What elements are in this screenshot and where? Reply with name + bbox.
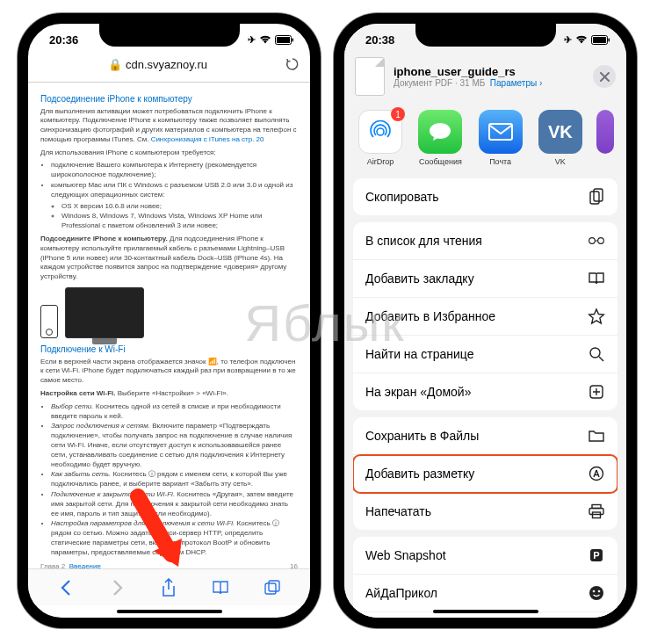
action-folder[interactable]: Сохранить в Файлы [353, 417, 618, 455]
action-label: Скопировать [365, 190, 439, 204]
file-type: Документ PDF [394, 78, 452, 88]
forward-button[interactable] [108, 578, 127, 597]
action-label: Найти на странице [365, 347, 473, 361]
svg-text:P: P [593, 550, 599, 561]
letter-p-icon: P [588, 546, 605, 564]
svg-rect-18 [589, 509, 603, 515]
action-label: Web Snapshot [365, 548, 446, 562]
action-markup[interactable]: Добавить разметку [353, 455, 618, 493]
doc-p3a: Подсоедините iPhone к компьютеру. [40, 235, 168, 242]
doc-heading-1: Подсоединение iPhone к компьютеру [40, 93, 298, 105]
share-apps-row[interactable]: 1 AirDrop Сообщения Почта VK VK [344, 106, 626, 178]
battery-icon [275, 35, 294, 45]
action-smiley[interactable]: АйДаПрикол [353, 575, 618, 612]
badge: 1 [391, 107, 405, 121]
action-label: Delayed Time iMessage [365, 624, 496, 626]
app-label: VK [555, 157, 566, 166]
lock-icon: 🔒 [108, 58, 122, 71]
doc-li2b: Windows 8, Windows 7, Windows Vista, Win… [61, 212, 298, 231]
home-indicator[interactable] [117, 610, 222, 613]
svg-point-23 [593, 590, 596, 593]
svg-point-12 [589, 238, 596, 244]
notch [415, 24, 556, 47]
file-thumbnail [355, 57, 385, 96]
folder-icon [588, 427, 605, 445]
status-time: 20:36 [49, 33, 78, 47]
doc-heading-2: Подключение к Wi-Fi [40, 344, 298, 356]
document-content[interactable]: Подсоединение iPhone к компьютеру Для вы… [28, 83, 310, 575]
app-label: Сообщения [419, 157, 462, 166]
wifi-icon [259, 35, 271, 44]
action-label: Напечатать [365, 504, 431, 518]
action-label: Добавить в Избранное [365, 309, 495, 323]
action-glasses[interactable]: В список для чтения [353, 222, 618, 260]
home-indicator[interactable] [433, 610, 538, 613]
app-label: Почта [489, 157, 511, 166]
app-messages[interactable]: Сообщения [416, 110, 464, 166]
share-sheet-header: iphone_user_guide_rs Документ PDF · 31 М… [344, 50, 626, 106]
action-label: Сохранить в Файлы [365, 429, 479, 443]
smiley-icon [588, 584, 605, 602]
app-vk[interactable]: VK VK [537, 110, 584, 166]
battery-icon [591, 35, 610, 45]
action-label: В список для чтения [365, 234, 482, 248]
action-plus-square[interactable]: На экран «Домой» [353, 373, 618, 410]
status-time: 20:38 [365, 33, 394, 47]
notch [99, 24, 240, 47]
doc-li5a: Как забыть сеть. [51, 470, 111, 478]
app-airdrop[interactable]: 1 AirDrop [357, 110, 404, 166]
action-group: Сохранить в ФайлыДобавить разметкуНапеча… [353, 417, 618, 530]
action-letter-p[interactable]: Web SnapshotP [353, 537, 618, 575]
svg-rect-7 [609, 38, 610, 41]
action-search[interactable]: Найти на странице [353, 336, 618, 373]
safari-toolbar [28, 568, 310, 605]
url-bar: 🔒 cdn.svyaznoy.ru [28, 50, 310, 83]
file-title: iphone_user_guide_rs [394, 65, 584, 78]
svg-rect-6 [593, 37, 606, 43]
url-text: cdn.svyaznoy.ru [126, 58, 207, 71]
doc-p5a: Настройка сети Wi-Fi. [40, 389, 116, 397]
doc-p4: Если в верхней части экрана отображается… [40, 358, 298, 386]
doc-li2: компьютер Mac или ПК с Windows с разъемо… [51, 181, 292, 199]
svg-rect-1 [277, 37, 290, 43]
glasses-icon [588, 232, 605, 250]
search-icon [588, 345, 605, 363]
status-icons: ✈︎ [564, 34, 610, 46]
refresh-button[interactable] [284, 55, 301, 73]
app-more[interactable] [596, 110, 614, 166]
file-params-link[interactable]: Параметры [490, 78, 537, 88]
action-book[interactable]: Добавить закладку [353, 260, 618, 298]
bookmarks-button[interactable] [211, 578, 230, 597]
app-label: AirDrop [367, 157, 394, 166]
action-chat[interactable]: Delayed Time iMessage [353, 612, 618, 626]
doc-li6a: Подключение к закрытой сети Wi-Fi. [51, 490, 175, 498]
chevron-right-icon: › [539, 78, 542, 88]
phone-left: 20:36 ✈︎ 🔒 cdn.svyaznoy.ru Подсоединение… [18, 13, 321, 628]
action-print[interactable]: Напечатать [353, 493, 618, 530]
svg-rect-19 [593, 512, 601, 518]
share-actions[interactable]: СкопироватьВ список для чтенияДобавить з… [344, 178, 626, 626]
back-button[interactable] [56, 578, 76, 597]
svg-point-16 [590, 467, 603, 481]
book-icon [588, 270, 605, 287]
plus-square-icon [588, 383, 605, 401]
action-label: Добавить закладку [365, 271, 474, 286]
doc-li3a: Выбор сети. [51, 402, 94, 410]
star-icon [588, 308, 605, 325]
action-copy[interactable]: Скопировать [353, 178, 618, 215]
phone-right: 20:38 ✈︎ iphone_user_guide_rs Документ P… [334, 13, 637, 628]
tabs-button[interactable] [263, 578, 282, 597]
share-button[interactable] [159, 578, 178, 597]
app-mail[interactable]: Почта [477, 110, 524, 166]
print-icon [588, 503, 605, 520]
airplane-icon: ✈︎ [564, 34, 572, 46]
file-size: 31 МБ [459, 78, 485, 88]
file-info: iphone_user_guide_rs Документ PDF · 31 М… [394, 65, 584, 88]
svg-rect-4 [269, 581, 279, 591]
doc-link-1[interactable]: Синхронизация с iTunes на стр. 20 [151, 135, 264, 143]
close-button[interactable] [593, 65, 616, 88]
doc-li4a: Запрос подключения к сетям. [51, 422, 150, 430]
action-star[interactable]: Добавить в Избранное [353, 298, 618, 336]
url-field[interactable]: 🔒 cdn.svyaznoy.ru [37, 58, 278, 71]
svg-rect-2 [292, 38, 294, 41]
